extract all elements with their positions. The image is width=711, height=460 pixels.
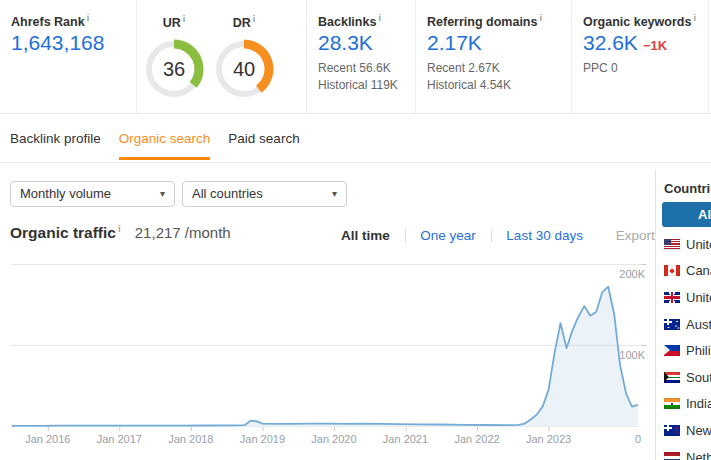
nz-flag-icon (664, 425, 680, 436)
za-flag-icon (664, 372, 680, 383)
country-name: Philippines (686, 343, 711, 358)
in-flag-icon (664, 398, 680, 409)
countries-sidebar: Countries All United StatesCanadaUnited … (655, 170, 711, 460)
info-icon[interactable]: i (253, 14, 256, 24)
country-name: New Zealand (686, 423, 711, 438)
metrics-bar: Ahrefs Ranki 1,643,168 URi 36 DRi 40 Bac… (0, 0, 711, 114)
ur-ring: 36 (139, 37, 209, 107)
organic-traffic-heading: Organic traffici 21,217 /month (10, 224, 231, 242)
dr-value: 40 (233, 58, 255, 80)
referring-domains-sub: Recent 2.67K Historical 4.54K (427, 60, 511, 94)
backlinks-recent: Recent 56.6K (318, 60, 398, 77)
filter-last-30-days[interactable]: Last 30 days (506, 228, 583, 243)
svg-text:Jan 2019: Jan 2019 (240, 433, 285, 445)
metric-backlinks: Backlinksi 28.3K Recent 56.6K Historical… (307, 0, 416, 113)
info-icon[interactable]: i (539, 13, 542, 23)
countries-dropdown[interactable]: All countries ▾ (182, 181, 347, 207)
chevron-down-icon: ▾ (160, 182, 165, 206)
metric-organic-keywords: Organic keywordsi 32.6K−1K PPC 0 (572, 0, 709, 113)
dr-ring: 40 (209, 37, 279, 107)
svg-text:Jan 2021: Jan 2021 (383, 433, 428, 445)
volume-dropdown[interactable]: Monthly volume ▾ (10, 181, 175, 207)
country-row-ca[interactable]: Canada (656, 258, 711, 285)
svg-text:Jan 2016: Jan 2016 (25, 433, 70, 445)
organic-keywords-label: Organic keywordsi (583, 13, 696, 29)
info-icon[interactable]: i (87, 13, 90, 23)
backlinks-sub: Recent 56.6K Historical 119K (318, 60, 398, 94)
rating-gauges: URi 36 DRi 40 (137, 0, 307, 113)
organic-traffic-chart[interactable]: 200K100K0Jan 2016Jan 2017Jan 2018Jan 201… (0, 246, 655, 456)
svg-text:100K: 100K (619, 349, 645, 361)
country-row-za[interactable]: South Africa (656, 364, 711, 391)
backlinks-value[interactable]: 28.3K (318, 31, 373, 55)
country-row-au[interactable]: Australia (656, 311, 711, 338)
tab-organic-search[interactable]: Organic search (119, 114, 211, 160)
country-name: India (686, 396, 711, 411)
organic-keywords-value[interactable]: 32.6K−1K (583, 31, 667, 55)
svg-text:0: 0 (635, 433, 641, 445)
country-row-nz[interactable]: New Zealand (656, 417, 711, 444)
volume-dropdown-value: Monthly volume (20, 186, 111, 201)
chevron-down-icon: ▾ (332, 182, 337, 206)
dr-label: DRi (209, 14, 279, 30)
referring-domains-value[interactable]: 2.17K (427, 31, 482, 55)
svg-text:200K: 200K (619, 268, 645, 280)
ca-flag-icon (664, 265, 680, 276)
svg-text:Jan 2022: Jan 2022 (454, 433, 499, 445)
ahrefs-rank-label: Ahrefs Ranki (11, 13, 89, 29)
metric-ahrefs-rank: Ahrefs Ranki 1,643,168 (0, 0, 137, 113)
ahrefs-rank-value[interactable]: 1,643,168 (11, 31, 104, 55)
referring-domains-historical: Historical 4.54K (427, 77, 511, 94)
info-icon[interactable]: i (378, 13, 381, 23)
traffic-per-month-value: 21,217 /month (135, 224, 231, 241)
country-row-nl[interactable]: Netherlands (656, 444, 711, 460)
svg-text:Jan 2018: Jan 2018 (168, 433, 213, 445)
dr-gauge: DRi 40 (209, 14, 279, 111)
svg-text:Jan 2023: Jan 2023 (526, 433, 571, 445)
info-icon[interactable]: i (693, 13, 696, 23)
country-row-us[interactable]: United States (656, 231, 711, 258)
referring-domains-recent: Recent 2.67K (427, 60, 511, 77)
countries-header: Countries (664, 181, 711, 196)
svg-text:Jan 2017: Jan 2017 (97, 433, 142, 445)
country-row-all[interactable]: All (662, 202, 711, 227)
referring-domains-label: Referring domainsi (427, 13, 542, 29)
svg-text:Jan 2020: Jan 2020 (311, 433, 356, 445)
info-icon[interactable]: i (118, 224, 121, 234)
tab-backlink-profile[interactable]: Backlink profile (10, 114, 101, 160)
metric-referring-domains: Referring domainsi 2.17K Recent 2.67K Hi… (416, 0, 572, 113)
tab-paid-search[interactable]: Paid search (228, 114, 299, 160)
country-name: United Kingdom (686, 290, 711, 305)
country-name: Netherlands (686, 450, 711, 460)
filter-one-year[interactable]: One year (420, 228, 476, 243)
ur-value: 36 (163, 58, 185, 80)
country-row-gb[interactable]: United Kingdom (656, 284, 711, 311)
divider (405, 229, 406, 242)
filter-all-time[interactable]: All time (341, 228, 390, 243)
country-row-in[interactable]: India (656, 391, 711, 418)
au-flag-icon (664, 319, 680, 330)
time-range-filters: All time One year Last 30 days Export▾ (341, 228, 664, 243)
country-row-ph[interactable]: Philippines (656, 337, 711, 364)
us-flag-icon (664, 239, 680, 250)
country-name: United States (686, 237, 711, 252)
gb-flag-icon (664, 292, 680, 303)
ur-gauge: URi 36 (139, 14, 209, 111)
ur-label: URi (139, 14, 209, 30)
countries-dropdown-value: All countries (192, 186, 263, 201)
country-list: United StatesCanadaUnited KingdomAustral… (656, 231, 711, 460)
info-icon[interactable]: i (183, 14, 186, 24)
page-title: Organic traffic (10, 224, 116, 241)
country-name: Canada (686, 263, 711, 278)
section-tabbar: Backlink profileOrganic searchPaid searc… (0, 114, 711, 163)
backlinks-historical: Historical 119K (318, 77, 398, 94)
country-name: Australia (686, 317, 711, 332)
nl-flag-icon (664, 452, 680, 460)
country-name: South Africa (686, 370, 711, 385)
ph-flag-icon (664, 345, 680, 356)
ppc-value: PPC 0 (583, 60, 618, 77)
divider (491, 229, 492, 242)
keywords-delta-badge: −1K (643, 38, 667, 53)
backlinks-label: Backlinksi (318, 13, 381, 29)
